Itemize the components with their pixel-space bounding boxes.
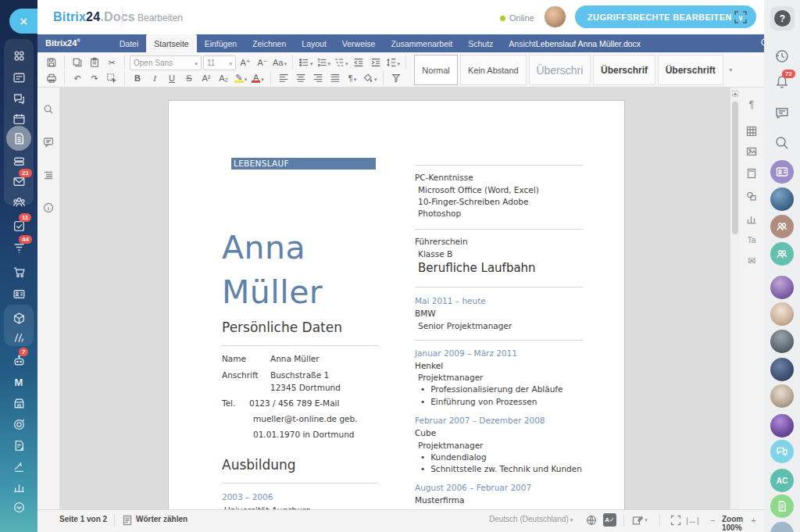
analytics-icon[interactable] bbox=[11, 479, 27, 495]
justify-button[interactable] bbox=[327, 70, 343, 86]
save-button[interactable] bbox=[44, 55, 59, 70]
highlight-color-button[interactable]: ✎ bbox=[233, 70, 248, 86]
contact-center-icon[interactable] bbox=[11, 286, 27, 302]
workflows-icon[interactable] bbox=[11, 437, 27, 453]
cut-button[interactable]: ✂ bbox=[104, 55, 120, 70]
feedback-button[interactable] bbox=[42, 202, 55, 214]
word-count-icon[interactable] bbox=[120, 513, 134, 527]
select-all-button[interactable] bbox=[104, 70, 120, 86]
change-case-button[interactable]: Aa bbox=[272, 55, 288, 70]
font-color-button[interactable]: A bbox=[250, 70, 266, 86]
paragraph-marks-button[interactable]: ¶ bbox=[345, 70, 360, 86]
bitrix-docs-logo[interactable]: Bitrix24.Docs bbox=[53, 10, 135, 24]
page-count[interactable]: Seite 1 von 2 bbox=[59, 515, 107, 523]
chat-avatar-initials[interactable]: AC bbox=[770, 469, 794, 492]
fit-page-button[interactable] bbox=[669, 513, 682, 527]
chat-avatar-photo[interactable] bbox=[770, 302, 794, 326]
esignature-icon[interactable] bbox=[11, 459, 27, 474]
navigation-button[interactable] bbox=[42, 169, 55, 181]
find-button[interactable] bbox=[42, 103, 55, 116]
undo-button[interactable]: ↶ bbox=[70, 70, 85, 86]
bold-button[interactable]: B bbox=[130, 70, 145, 86]
comments-button[interactable] bbox=[42, 136, 55, 148]
superscript-button[interactable]: A² bbox=[198, 70, 214, 86]
paragraph-shading-button[interactable] bbox=[362, 70, 378, 86]
subscript-button[interactable]: A₂ bbox=[216, 70, 231, 86]
zoom-in-button[interactable]: + bbox=[747, 513, 760, 527]
chat-avatar-photo[interactable] bbox=[770, 358, 794, 381]
chat-avatar-channel[interactable] bbox=[770, 440, 794, 463]
copy-button[interactable] bbox=[70, 55, 85, 70]
chat-avatar-photo[interactable] bbox=[770, 414, 794, 437]
scroll-up-button[interactable] bbox=[732, 91, 738, 97]
calendar-icon[interactable] bbox=[11, 111, 27, 127]
messenger-panel-button[interactable] bbox=[773, 104, 791, 123]
marketplace-m-item[interactable]: M bbox=[11, 374, 27, 390]
docs-icon-active[interactable] bbox=[6, 126, 31, 151]
crm-funnel-icon[interactable]: 44 bbox=[11, 240, 27, 255]
decrease-indent-button[interactable] bbox=[351, 55, 366, 70]
header-footer-button[interactable] bbox=[745, 167, 758, 180]
table-settings-button[interactable] bbox=[745, 125, 758, 137]
tab-zusammenarbeit[interactable]: Zusammenarbeit bbox=[383, 34, 460, 52]
style-heading3[interactable]: Überschrift bbox=[658, 55, 723, 85]
tab-zeichnen[interactable]: Zeichnen bbox=[245, 34, 294, 52]
style-no-spacing[interactable]: Kein Abstand bbox=[460, 55, 526, 85]
chat-avatar-photo[interactable] bbox=[770, 384, 794, 408]
paste-button[interactable] bbox=[87, 55, 102, 70]
style-heading1[interactable]: Überschri bbox=[529, 55, 591, 85]
chat-avatar-photo[interactable] bbox=[770, 330, 794, 353]
tab-verweise[interactable]: Verweise bbox=[334, 34, 384, 52]
spellcheck-button[interactable]: A✓ bbox=[603, 513, 616, 527]
image-settings-button[interactable] bbox=[745, 145, 758, 158]
strikethrough-button[interactable]: S bbox=[181, 70, 197, 86]
sidebar-search-button[interactable] bbox=[773, 134, 791, 152]
history-button[interactable] bbox=[773, 47, 791, 66]
chat-avatar-document[interactable] bbox=[770, 495, 794, 518]
fit-width-button[interactable]: |↔| bbox=[686, 513, 699, 527]
company-icon[interactable] bbox=[11, 395, 27, 411]
user-avatar[interactable] bbox=[544, 5, 566, 28]
set-language-button[interactable] bbox=[584, 513, 598, 527]
fullscreen-button[interactable] bbox=[733, 9, 748, 25]
close-panel-button[interactable] bbox=[9, 9, 38, 34]
chat-avatar-contacts[interactable] bbox=[770, 160, 794, 184]
paragraph-settings-button[interactable]: ¶ bbox=[745, 98, 758, 111]
style-heading2[interactable]: Überschrif bbox=[593, 55, 655, 85]
chat-avatar-photo[interactable] bbox=[770, 187, 794, 211]
selected-heading[interactable]: LEBENSLAUF bbox=[231, 158, 376, 170]
more-chevron-icon[interactable] bbox=[11, 499, 27, 515]
word-count[interactable]: Wörter zählen bbox=[136, 515, 188, 523]
numbered-list-button[interactable] bbox=[316, 55, 332, 70]
news-icon[interactable] bbox=[11, 70, 27, 85]
align-center-button[interactable] bbox=[293, 70, 309, 86]
feed-icon[interactable] bbox=[11, 48, 27, 63]
tab-einfuegen[interactable]: Einfügen bbox=[197, 34, 245, 52]
copilot-icon[interactable]: 7 bbox=[11, 352, 27, 368]
drive-icon[interactable] bbox=[11, 153, 27, 169]
messenger-icon[interactable] bbox=[11, 91, 27, 106]
sign-icon[interactable] bbox=[11, 330, 27, 345]
increase-indent-button[interactable] bbox=[368, 55, 384, 70]
language-select[interactable]: Deutsch (Deutschland) bbox=[489, 515, 573, 523]
tasks-icon[interactable]: 11 bbox=[11, 218, 27, 234]
groups-icon[interactable] bbox=[11, 194, 27, 209]
help-button[interactable]: ? bbox=[770, 6, 795, 30]
text-art-button[interactable]: Ta bbox=[745, 234, 758, 246]
chat-avatar-photo[interactable] bbox=[770, 276, 794, 299]
font-name-select[interactable]: Open Sans bbox=[130, 55, 202, 70]
bullet-list-button[interactable] bbox=[298, 55, 314, 70]
styles-gallery-expand[interactable]: ▾ bbox=[726, 55, 736, 85]
chat-avatar-group[interactable] bbox=[770, 242, 794, 266]
sites-cube-icon[interactable] bbox=[11, 310, 27, 326]
format-painter-button[interactable] bbox=[388, 70, 404, 86]
scrollbar-thumb[interactable] bbox=[732, 102, 738, 234]
tab-datei[interactable]: Datei bbox=[112, 34, 147, 52]
document-page[interactable]: LEBENSLAUF Anna Müller Persönliche Daten… bbox=[168, 100, 625, 532]
zoom-out-button[interactable]: − bbox=[706, 513, 720, 527]
track-changes-button[interactable] bbox=[630, 513, 650, 527]
chart-settings-button[interactable] bbox=[745, 212, 758, 225]
shop-cart-icon[interactable] bbox=[11, 264, 27, 280]
line-spacing-button[interactable] bbox=[385, 55, 402, 70]
print-button[interactable] bbox=[44, 70, 59, 86]
